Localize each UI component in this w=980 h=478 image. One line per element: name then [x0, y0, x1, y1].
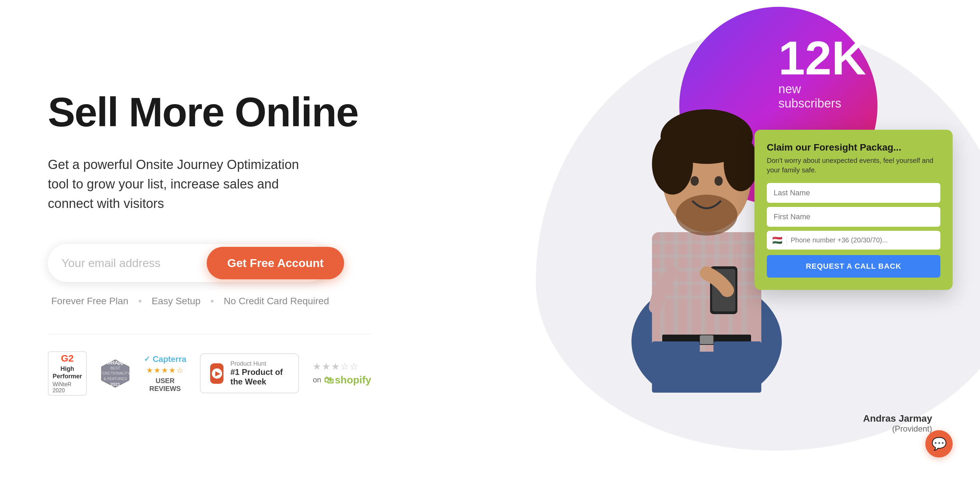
getapp-line3: & FEATURES: [103, 376, 127, 381]
shopify-stars-wrap: ★★★☆☆ on 🛍 shopify: [313, 361, 371, 386]
cta-form: Get Free Account: [48, 244, 328, 282]
person-company: (Provident): [863, 424, 932, 434]
svg-point-20: [714, 176, 723, 186]
ph-icon-inner: ▶: [212, 368, 222, 379]
getapp-badge: GetApp BEST FUNCTIONALITY & FEATURES 202…: [100, 351, 130, 396]
svg-rect-26: [652, 341, 700, 393]
features-row: Forever Free Plan Easy Setup No Credit C…: [48, 296, 371, 306]
capterra-badge: ✓ Capterra ★★★★☆ USER REVIEWS: [144, 354, 186, 393]
svg-point-17: [652, 133, 693, 195]
email-input[interactable]: [62, 252, 207, 275]
svg-point-21: [676, 195, 737, 236]
popup-last-name-input[interactable]: [767, 183, 940, 203]
person-attribution: Andras Jarmay (Provident): [863, 413, 932, 434]
capterra-check-icon: ✓: [144, 355, 150, 364]
page-wrapper: Sell More Online Get a powerful Onsite J…: [0, 0, 980, 478]
person-name: Andras Jarmay: [863, 413, 932, 424]
popup-first-name-input[interactable]: [767, 207, 940, 227]
producthunt-badge: ▶ Product Hunt #1 Product of the Week: [200, 353, 299, 393]
shopify-stars: ★★★☆☆: [313, 361, 359, 372]
hero-headline: Sell More Online: [48, 89, 371, 135]
capterra-tag: USER REVIEWS: [144, 377, 186, 393]
feature-no-credit-card: No Credit Card Required: [224, 296, 329, 306]
getapp-year: 2021: [110, 382, 120, 387]
get-free-account-button[interactable]: Get Free Account: [207, 247, 344, 279]
chat-icon: 💬: [931, 437, 947, 451]
flag-icon: 🇭🇺: [772, 236, 783, 245]
g2-text: High Performer: [52, 365, 82, 380]
g2-badge: G2 High Performer WiNteR 2020: [48, 351, 87, 396]
hero-subheadline: Get a powerful Onsite Journey Optimizati…: [48, 155, 307, 213]
getapp-logo: GetApp: [107, 360, 124, 365]
svg-rect-25: [700, 335, 713, 344]
ph-title: #1 Product of the Week: [230, 367, 289, 386]
ph-icon: ▶: [210, 363, 223, 384]
svg-point-18: [724, 137, 758, 191]
g2-season-year: WiNteR 2020: [52, 381, 82, 394]
shopify-logo: 🛍 shopify: [324, 374, 371, 386]
popup-phone-wrap: 🇭🇺: [767, 231, 940, 249]
popup-cta-button[interactable]: REQUEST A CALL BACK: [767, 255, 940, 278]
left-content: Sell More Online Get a powerful Onsite J…: [0, 48, 409, 430]
capterra-stars: ★★★★☆: [146, 366, 184, 375]
chat-bubble-button[interactable]: 💬: [925, 430, 953, 457]
shopify-text: on 🛍 shopify: [313, 374, 371, 386]
capterra-logo: Capterra: [153, 354, 186, 364]
ph-text-wrap: Product Hunt #1 Product of the Week: [230, 360, 289, 386]
phone-divider: [787, 235, 787, 246]
dot-1: [139, 300, 142, 303]
popup-title: Claim our Foresight Packag...: [767, 142, 940, 153]
popup-form-card: Claim our Foresight Packag... Don't worr…: [754, 130, 953, 290]
ph-label: Product Hunt: [230, 360, 289, 367]
popup-subtitle: Don't worry about unexpected events, fee…: [767, 156, 940, 175]
feature-easy-setup: Easy Setup: [152, 296, 200, 306]
shopify-badge: ★★★☆☆ on 🛍 shopify: [313, 361, 371, 386]
g2-logo: G2: [61, 353, 73, 364]
dot-2: [211, 300, 213, 303]
badges-row: G2 High Performer WiNteR 2020 GetApp BES…: [48, 334, 371, 396]
svg-point-19: [690, 176, 699, 186]
getapp-line1: BEST: [110, 366, 120, 370]
popup-phone-input[interactable]: [791, 231, 935, 249]
getapp-line2: FUNCTIONALITY: [100, 371, 130, 376]
right-visual: 12K new subscribers: [409, 0, 980, 478]
feature-forever-free: Forever Free Plan: [51, 296, 129, 306]
svg-rect-27: [713, 341, 761, 393]
